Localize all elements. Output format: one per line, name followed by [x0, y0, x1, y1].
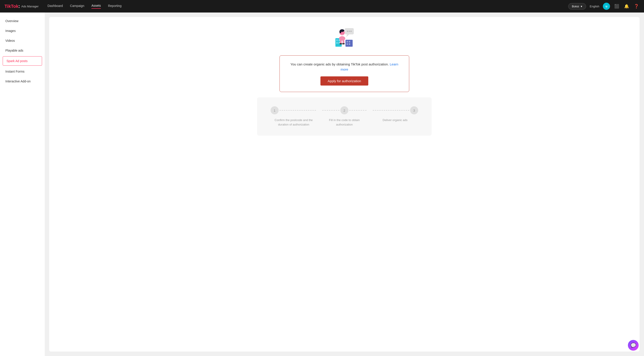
svg-point-9	[342, 33, 344, 33]
info-box-text: You can create organic ads by obtaining …	[289, 62, 400, 72]
svg-point-23	[340, 43, 342, 44]
step-connector-2-left	[322, 110, 340, 111]
tiktok-logo: TikTok:	[4, 4, 20, 9]
step-connector-2-3	[373, 110, 409, 111]
sidebar-item-playable-ads[interactable]: Playable ads	[0, 45, 45, 55]
nav-assets[interactable]: Assets	[92, 4, 101, 9]
chat-icon: 💬	[630, 343, 636, 348]
svg-point-8	[341, 33, 342, 33]
step-2-label: Fill in the code to obtain authorization	[321, 118, 368, 127]
main-content: You can create organic ads by obtaining …	[49, 17, 640, 352]
step-3-number-row: 3	[372, 106, 418, 114]
step-connector-1-2	[280, 110, 316, 111]
svg-point-24	[342, 43, 345, 44]
ads-manager-label: Ads Manager	[21, 5, 38, 8]
topbar-nav: Dashboard Campaign Assets Reporting	[48, 4, 568, 9]
svg-rect-11	[336, 39, 338, 41]
authorization-info-box: You can create organic ads by obtaining …	[280, 55, 409, 92]
steps-box: 1 Confirm the postcode and the duration …	[257, 97, 432, 136]
nav-reporting[interactable]: Reporting	[108, 4, 122, 8]
page-layout: Overview Images Videos Playable ads Spar…	[0, 12, 644, 356]
sidebar-item-videos[interactable]: Videos	[0, 36, 45, 45]
step-3-circle: 3	[410, 106, 418, 114]
svg-rect-19	[349, 43, 350, 45]
topbar: TikTok: Ads Manager Dashboard Campaign A…	[0, 0, 644, 12]
chat-button[interactable]: 💬	[628, 340, 639, 351]
step-1: 1 Confirm the postcode and the duration …	[270, 106, 317, 127]
step-3-label: Deliver organic ads	[382, 118, 408, 122]
bell-icon[interactable]: 🔔	[624, 3, 630, 9]
nav-campaign[interactable]: Campaign	[70, 4, 84, 8]
account-name: Boksi	[572, 5, 579, 8]
svg-rect-17	[349, 41, 350, 42]
step-1-number-row: 1	[270, 106, 317, 114]
avatar[interactable]: u	[603, 3, 610, 10]
svg-point-4	[350, 31, 352, 32]
account-selector[interactable]: Boksi ▾	[568, 3, 586, 9]
svg-rect-13	[336, 42, 338, 44]
step-2-circle: 2	[340, 106, 348, 114]
apply-for-authorization-button[interactable]: Apply for authorization	[320, 76, 368, 86]
language-selector[interactable]: English	[590, 5, 599, 8]
sidebar-item-overview[interactable]: Overview	[0, 16, 45, 26]
step-1-circle: 1	[270, 106, 278, 114]
svg-rect-15	[346, 40, 353, 47]
step-3: 3 Deliver organic ads	[372, 106, 418, 122]
sidebar-item-interactive-add-on[interactable]: Interactive Add-on	[0, 76, 45, 86]
topbar-right: Boksi ▾ English u ⬛ 🔔 ❓	[568, 3, 640, 10]
svg-rect-16	[346, 41, 348, 42]
logo-area: TikTok: Ads Manager	[4, 4, 39, 9]
step-2-number-row: 2	[321, 106, 368, 114]
step-1-label: Confirm the postcode and the duration of…	[270, 118, 317, 127]
step-2: 2 Fill in the code to obtain authorizati…	[321, 106, 368, 127]
sidebar-item-spark-ad-posts[interactable]: Spark Ad posts	[3, 56, 42, 66]
svg-point-3	[348, 31, 350, 32]
sidebar: Overview Images Videos Playable ads Spar…	[0, 12, 45, 356]
svg-point-20	[339, 36, 345, 41]
briefcase-icon[interactable]: ⬛	[614, 3, 620, 9]
svg-rect-18	[346, 43, 348, 45]
sidebar-item-instant-forms[interactable]: Instant Forms	[0, 67, 45, 76]
chevron-down-icon: ▾	[581, 5, 582, 8]
sidebar-item-images[interactable]: Images	[0, 26, 45, 36]
spark-ad-illustration	[331, 26, 358, 48]
step-connector-2-right	[349, 110, 366, 111]
svg-marker-1	[346, 34, 349, 37]
svg-point-2	[347, 31, 348, 32]
nav-dashboard[interactable]: Dashboard	[48, 4, 63, 8]
help-icon[interactable]: ❓	[633, 3, 640, 9]
